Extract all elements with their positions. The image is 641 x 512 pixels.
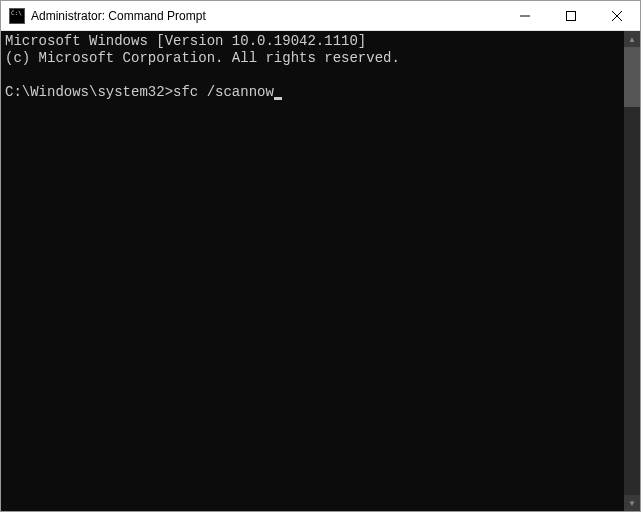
scroll-thumb[interactable] [624, 47, 640, 107]
terminal-content[interactable]: Microsoft Windows [Version 10.0.19042.11… [1, 31, 624, 511]
cmd-icon [9, 8, 25, 24]
scroll-down-button[interactable]: ▼ [624, 495, 640, 511]
scroll-up-button[interactable]: ▲ [624, 31, 640, 47]
copyright-line: (c) Microsoft Corporation. All rights re… [5, 50, 400, 66]
version-line: Microsoft Windows [Version 10.0.19042.11… [5, 33, 366, 49]
scrollbar[interactable]: ▲ ▼ [624, 31, 640, 511]
maximize-button[interactable] [548, 1, 594, 30]
window-title: Administrator: Command Prompt [31, 9, 502, 23]
command-prompt-window: Administrator: Command Prompt Microsoft … [0, 0, 641, 512]
minimize-button[interactable] [502, 1, 548, 30]
terminal-wrapper: Microsoft Windows [Version 10.0.19042.11… [1, 31, 640, 511]
titlebar[interactable]: Administrator: Command Prompt [1, 1, 640, 31]
svg-rect-1 [567, 11, 576, 20]
command-input[interactable]: sfc /scannow [173, 84, 274, 100]
window-controls [502, 1, 640, 30]
prompt: C:\Windows\system32> [5, 84, 173, 100]
text-cursor [274, 97, 282, 100]
close-button[interactable] [594, 1, 640, 30]
